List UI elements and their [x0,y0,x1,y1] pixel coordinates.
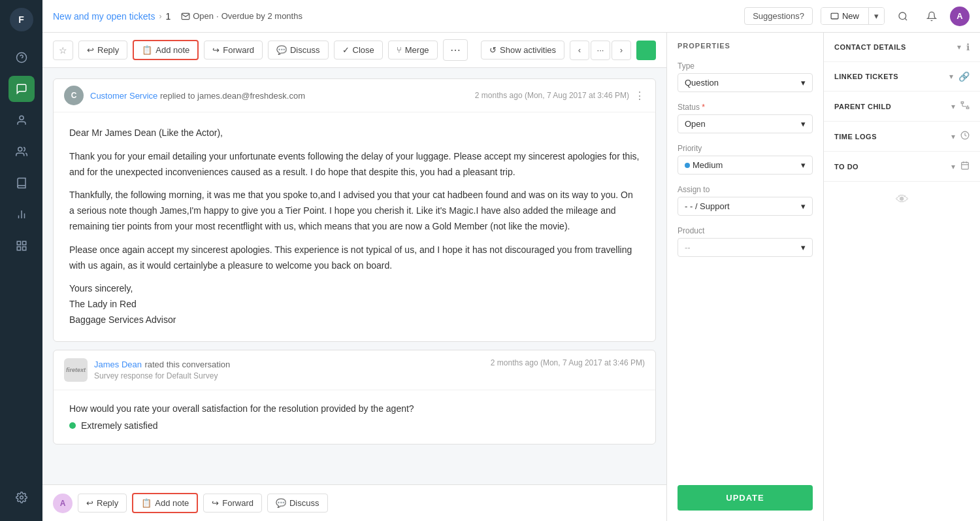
greeting: Dear Mr James Dean (Like the Actor), [69,126,640,141]
add-note-button[interactable]: 📋 Add note [133,40,199,60]
bottom-avatar: A [53,494,73,513]
priority-value-row: Medium [685,160,723,170]
sidebar-logo[interactable]: F [10,8,33,31]
contact-details-header[interactable]: CONTACT DETAILS ▾ ℹ [824,33,980,61]
sidebar-item-contacts[interactable] [8,107,35,133]
merge-icon: ⑂ [397,45,402,55]
status-label: Status [678,103,813,112]
survey-answer: Extremely satisfied [69,420,640,431]
notifications-button[interactable] [921,6,942,27]
linked-tickets-header[interactable]: LINKED TICKETS ▾ 🔗 [824,62,980,91]
para2: Thankfully, the following morning, it wa… [69,188,640,234]
type-chevron-icon: ▾ [801,78,806,88]
discuss-button[interactable]: 💬 Discuss [268,41,329,59]
breadcrumb-count: 1 [165,11,171,22]
show-activities-button[interactable]: ↺ Show activities [481,41,564,59]
breadcrumb-arrow-icon: › [159,12,161,21]
discuss-icon: 💬 [276,45,287,55]
bottom-forward-button[interactable]: ↪ Forward [203,494,262,513]
survey-avatar: firetext [64,358,88,382]
parent-child-header[interactable]: PARENT CHILD ▾ [824,92,980,121]
priority-field: Priority Medium ▾ [667,139,823,180]
sidebar-item-conv[interactable] [8,233,35,259]
conv-messages: C Customer Service replied to james.dean… [42,68,666,484]
calendar-icon [960,161,970,172]
linked-tickets-section: LINKED TICKETS ▾ 🔗 [824,62,980,92]
close-button[interactable]: ✓ Close [334,41,383,59]
bottom-bar: A ↩ Reply 📋 Add note ↪ Forward 💬 Discuss [42,484,666,521]
sidebar-item-help[interactable] [8,44,35,71]
svg-rect-9 [22,247,25,250]
reply-button[interactable]: ↩ Reply [78,41,127,59]
type-select[interactable]: Question ▾ [678,73,813,92]
user-avatar[interactable]: A [950,7,970,26]
prev-ticket-button[interactable]: ‹ [570,41,589,60]
bottom-avatar-initials: A [60,499,66,508]
todo-header[interactable]: TO DO ▾ [824,152,980,181]
bottom-note-icon: 📋 [141,498,152,508]
message-menu-button[interactable]: ⋮ [634,90,645,102]
bottom-add-note-button[interactable]: 📋 Add note [132,493,198,513]
forward-button[interactable]: ↪ Forward [204,41,263,59]
eye-icon: 👁 [896,192,909,207]
assign-select[interactable]: - - / Support ▾ [678,197,813,216]
merge-button[interactable]: ⑂ Merge [388,41,438,59]
new-dropdown-button[interactable]: ▾ [868,8,884,24]
hierarchy-icon [960,101,970,112]
avatar-initials: C [71,91,77,100]
message-header: C Customer Service replied to james.dean… [54,79,655,112]
update-button[interactable]: UPDATE [678,485,813,511]
sidebar-item-tickets[interactable] [8,76,35,102]
breadcrumb-link[interactable]: New and my open tickets [53,11,155,22]
survey-card: firetext James Dean rated this conversat… [53,350,656,445]
overdue-text: Overdue by 2 months [221,11,302,21]
survey-sender-name[interactable]: James Dean [94,360,142,369]
status-value: Open [685,119,706,129]
parent-child-label: PARENT CHILD [834,103,891,110]
nav-dots-button[interactable]: ··· [591,41,610,60]
next-ticket-button[interactable]: › [612,41,631,60]
action-square-button[interactable] [636,41,656,60]
todo-label: TO DO [834,163,858,171]
sidebar-item-groups[interactable] [8,139,35,165]
link-icon: 🔗 [958,71,970,82]
assign-chevron-icon: ▾ [801,201,806,211]
svg-rect-10 [17,247,20,250]
linked-tickets-label: LINKED TICKETS [834,73,898,80]
time-logs-header[interactable]: TIME LOGS ▾ [824,122,980,151]
ticket-status: Open [193,11,214,21]
bottom-discuss-button[interactable]: 💬 Discuss [267,494,328,513]
toolbar: ☆ ↩ Reply 📋 Add note ↪ Forward 💬 Discuss [42,33,666,68]
clock-icon [960,131,970,142]
message-sender[interactable]: Customer Service [90,91,157,101]
assign-field: Assign to - - / Support ▾ [667,180,823,221]
sidebar-item-settings[interactable] [8,484,35,511]
survey-sub: Survey response for Default Survey [94,371,645,380]
survey-sender-info: James Dean rated this conversation 2 mon… [94,358,645,380]
status-select[interactable]: Open ▾ [678,114,813,133]
survey-header: firetext James Dean rated this conversat… [54,350,655,390]
svg-point-3 [18,147,22,151]
bottom-reply-button[interactable]: ↩ Reply [78,494,127,513]
product-select[interactable]: -- ▾ [678,238,813,257]
message-card: C Customer Service replied to james.dean… [53,78,656,342]
parent-child-section: PARENT CHILD ▾ [824,92,980,122]
bottom-reply-label: Reply [97,498,118,508]
svg-rect-8 [22,241,25,244]
priority-chevron-icon: ▾ [801,160,806,170]
priority-select[interactable]: Medium ▾ [678,156,813,175]
suggestions-button[interactable]: Suggestions? [744,7,813,25]
message-reply-text: replied to james.dean@freshdesk.com [157,91,305,101]
sidebar-item-kb[interactable] [8,170,35,196]
new-label: New [842,11,859,21]
ticket-area: ☆ ↩ Reply 📋 Add note ↪ Forward 💬 Discuss [42,33,980,521]
new-button[interactable]: New [821,8,868,24]
search-button[interactable] [892,6,913,27]
message-time: 2 months ago (Mon, 7 Aug 2017 at 3:46 PM… [475,91,629,100]
sidebar-item-reports[interactable] [8,201,35,227]
star-button[interactable]: ☆ [53,41,73,60]
more-button[interactable]: ⋯ [443,39,468,61]
assign-label: Assign to [678,185,813,194]
product-value: -- [685,243,691,252]
new-btn-group: New ▾ [821,7,885,25]
